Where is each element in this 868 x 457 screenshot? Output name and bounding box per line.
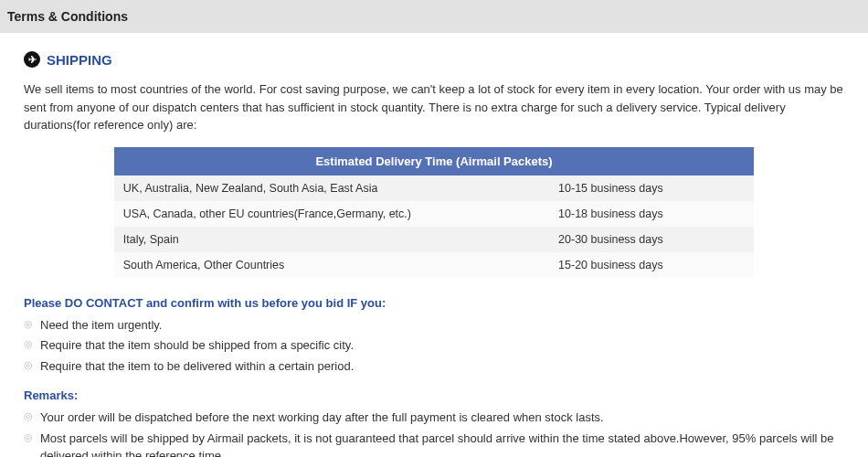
shipping-section-title: ✈ SHIPPING	[24, 51, 844, 68]
list-item: Your order will be dispatched before the…	[24, 409, 844, 427]
time-cell: 10-15 business days	[549, 175, 754, 201]
shipping-intro: We sell items to most countries of the w…	[24, 80, 844, 134]
airplane-icon: ✈	[24, 51, 40, 68]
list-item: Require that the item to be delivered wi…	[24, 358, 844, 376]
time-cell: 10-18 business days	[549, 201, 754, 227]
time-cell: 20-30 business days	[549, 227, 754, 252]
contact-list: Need the item urgently. Require that the…	[24, 317, 844, 377]
delivery-time-table: Estimated Delivery Time (Airmail Packets…	[114, 147, 754, 278]
region-cell: Italy, Spain	[114, 227, 549, 252]
region-cell: South America, Other Countries	[114, 252, 549, 278]
table-row: UK, Australia, New Zealand, South Asia, …	[114, 175, 754, 201]
remarks-list: Your order will be dispatched before the…	[24, 409, 844, 457]
contact-heading: Please DO CONTACT and confirm with us be…	[24, 296, 844, 310]
list-item: Require that the item should be shipped …	[24, 337, 844, 355]
table-row: USA, Canada, other EU countries(France,G…	[114, 201, 754, 227]
content-area: ✈ SHIPPING We sell items to most countri…	[0, 33, 868, 457]
page-header: Terms & Conditions	[0, 0, 868, 33]
list-item: Need the item urgently.	[24, 317, 844, 335]
table-header: Estimated Delivery Time (Airmail Packets…	[114, 147, 754, 175]
time-cell: 15-20 business days	[549, 252, 754, 278]
table-row: Italy, Spain 20-30 business days	[114, 227, 754, 252]
region-cell: USA, Canada, other EU countries(France,G…	[114, 201, 549, 227]
list-item: Most parcels will be shipped by Airmail …	[24, 430, 844, 457]
remarks-heading: Remarks:	[24, 388, 844, 402]
table-row: South America, Other Countries 15-20 bus…	[114, 252, 754, 278]
shipping-title-text: SHIPPING	[47, 52, 112, 68]
region-cell: UK, Australia, New Zealand, South Asia, …	[114, 175, 549, 201]
page-title: Terms & Conditions	[7, 9, 128, 24]
